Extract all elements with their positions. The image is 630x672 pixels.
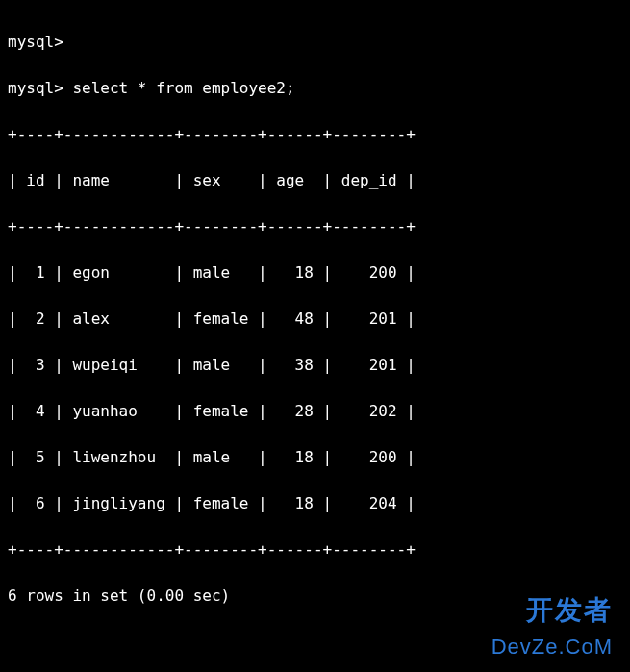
table-border: +----+------------+--------+------+-----… [8, 538, 622, 561]
table-row: | 2 | alex | female | 48 | 201 | [8, 308, 622, 331]
table-border: +----+------------+--------+------+-----… [8, 215, 622, 238]
table-row: | 1 | egon | male | 18 | 200 | [8, 261, 622, 285]
table-row: | 3 | wupeiqi | male | 38 | 201 | [8, 354, 622, 377]
mysql-prompt[interactable]: mysql> [8, 79, 63, 97]
mysql-prompt[interactable]: mysql> [8, 33, 63, 51]
table-header-row: | id | name | sex | age | dep_id | [8, 169, 622, 192]
sql-query-1: select * from employee2; [72, 79, 294, 97]
table-row: | 4 | yuanhao | female | 28 | 202 | [8, 400, 622, 423]
terminal-output: mysql> mysql> select * from employee2; +… [8, 8, 622, 672]
result-summary: 6 rows in set (0.00 sec) [8, 585, 622, 608]
table-border: +----+------------+--------+------+-----… [8, 123, 622, 146]
table-row: | 6 | jingliyang | female | 18 | 204 | [8, 492, 622, 515]
table-row: | 5 | liwenzhou | male | 18 | 200 | [8, 446, 622, 469]
